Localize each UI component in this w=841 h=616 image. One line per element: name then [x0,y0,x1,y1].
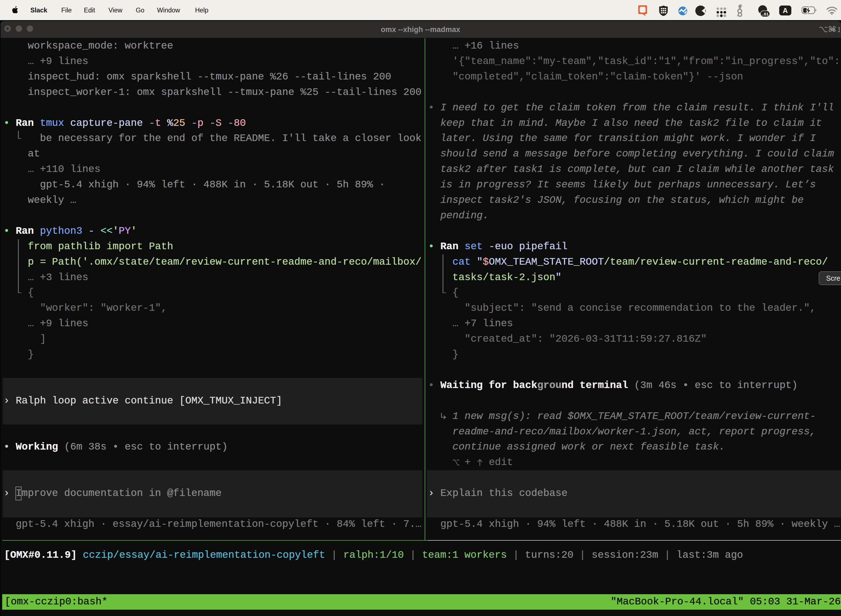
svg-text:1: 1 [837,25,840,34]
svg-text:..61: ..61 [762,12,768,16]
